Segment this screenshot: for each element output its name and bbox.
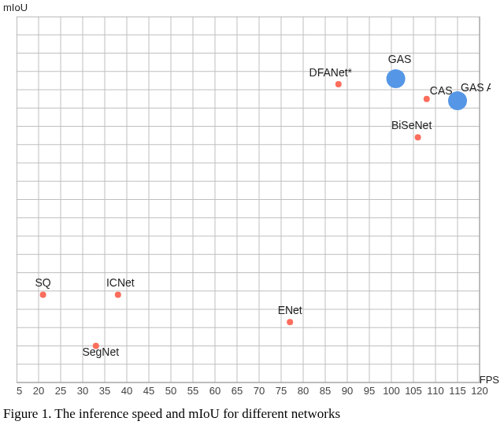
svg-text:BiSeNet: BiSeNet <box>391 119 432 131</box>
svg-text:55: 55 <box>187 385 198 397</box>
figure-caption: Figure 1. The inference speed and mIoU f… <box>3 406 501 422</box>
svg-text:70: 70 <box>254 385 265 397</box>
svg-text:85: 85 <box>320 385 331 397</box>
svg-text:65: 65 <box>232 385 243 397</box>
svg-text:DFANet*: DFANet* <box>309 66 353 79</box>
svg-text:GAS A: GAS A <box>461 81 491 94</box>
svg-point-95 <box>335 81 342 87</box>
svg-text:110: 110 <box>427 385 444 397</box>
svg-text:75: 75 <box>276 385 287 397</box>
svg-point-99 <box>415 134 421 140</box>
svg-text:15: 15 <box>17 385 22 397</box>
y-axis-label: mIoU <box>3 2 28 13</box>
svg-text:GAS: GAS <box>388 53 412 65</box>
svg-text:CAS: CAS <box>430 84 453 97</box>
svg-point-97 <box>424 96 430 102</box>
svg-text:50: 50 <box>165 385 176 397</box>
plot-area: 1520253035404550556065707580859095100105… <box>17 17 491 400</box>
svg-point-93 <box>287 319 293 325</box>
x-axis-label: FPS <box>480 374 499 386</box>
svg-text:120: 120 <box>471 385 488 397</box>
svg-text:25: 25 <box>55 385 66 397</box>
scatter-svg: 1520253035404550556065707580859095100105… <box>17 17 491 400</box>
svg-text:95: 95 <box>364 385 375 397</box>
svg-text:105: 105 <box>405 385 422 397</box>
svg-text:30: 30 <box>77 385 88 397</box>
svg-text:ENet: ENet <box>278 304 302 316</box>
svg-text:ICNet: ICNet <box>106 276 135 289</box>
svg-text:SegNet: SegNet <box>82 346 119 358</box>
svg-text:20: 20 <box>33 385 44 397</box>
svg-text:100: 100 <box>383 385 400 397</box>
svg-text:SQ: SQ <box>35 276 50 289</box>
svg-text:115: 115 <box>449 385 466 397</box>
svg-point-87 <box>40 291 46 298</box>
svg-text:90: 90 <box>342 385 353 397</box>
svg-point-91 <box>115 291 121 298</box>
svg-point-103 <box>448 91 467 110</box>
chart-container: mIoU 15202530354045505560657075808590951… <box>0 0 504 406</box>
svg-text:80: 80 <box>298 385 309 397</box>
svg-text:45: 45 <box>143 385 154 397</box>
svg-point-101 <box>387 69 406 88</box>
svg-text:35: 35 <box>99 385 110 397</box>
svg-text:60: 60 <box>209 385 220 397</box>
svg-text:40: 40 <box>121 385 132 397</box>
